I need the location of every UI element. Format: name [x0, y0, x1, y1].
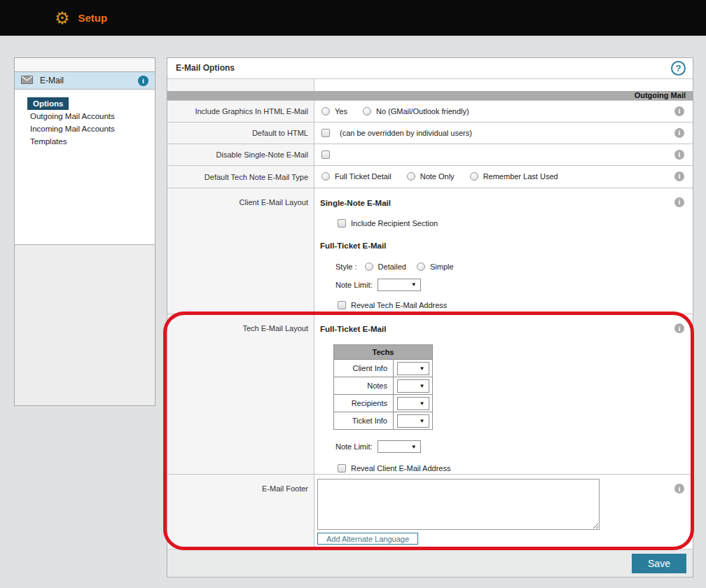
tech-note-limit-label: Note Limit: — [335, 442, 373, 451]
client-info-select[interactable]: ▼ — [397, 362, 429, 375]
recipients-label: Recipients — [334, 395, 394, 412]
style-label: Style : — [335, 262, 357, 271]
add-alternate-language-button[interactable]: Add Alternate Language — [317, 533, 418, 545]
reveal-tech-email-label: Reveal Tech E-Mail Address — [351, 301, 447, 309]
info-icon[interactable]: i — [674, 106, 684, 116]
default-html-label: Default to HTML — [167, 122, 314, 144]
style-simple-label: Simple — [430, 262, 454, 271]
ticket-info-label: Ticket Info — [334, 412, 394, 430]
setup-title: Setup — [78, 12, 108, 24]
info-icon[interactable]: i — [674, 197, 684, 207]
include-graphics-row: Include Graphics In HTML E-Mail Yes No (… — [167, 100, 693, 122]
reveal-client-email-checkbox[interactable] — [338, 464, 346, 472]
info-icon[interactable]: i — [674, 323, 684, 333]
graphics-no-radio[interactable] — [363, 107, 371, 115]
envelope-icon — [21, 74, 33, 87]
sidebar-item-incoming-mail-accounts[interactable]: Incoming Mail Accounts — [15, 122, 155, 135]
sidebar-menu: Options Outgoing Mail Accounts Incoming … — [15, 90, 155, 245]
email-footer-content: Add Alternate Language i — [314, 475, 693, 549]
chevron-down-icon: ▼ — [420, 418, 425, 424]
reveal-client-email-label: Reveal Client E-Mail Address — [351, 464, 450, 472]
default-tech-note-type-label: Default Tech Note E-Mail Type — [167, 166, 314, 188]
full-ticket-heading: Full-Ticket E-Mail — [320, 241, 693, 250]
email-options-panel: E-Mail Options ? Outgoing Mail Include G… — [167, 57, 693, 578]
tech-email-layout-label: Tech E-Mail Layout — [167, 314, 314, 474]
info-icon[interactable]: i — [674, 128, 684, 138]
tech-email-layout-content: Full-Ticket E-Mail Techs Client Info ▼ N… — [314, 314, 693, 474]
client-info-label: Client Info — [334, 360, 394, 377]
gear-icon[interactable]: ⚙ — [55, 10, 70, 27]
chevron-down-icon: ▼ — [420, 383, 425, 389]
table-row: Client Info ▼ — [334, 360, 433, 377]
spacer-label-cell — [167, 79, 314, 91]
include-recipient-checkbox[interactable] — [338, 219, 346, 227]
full-ticket-detail-radio[interactable] — [321, 172, 330, 181]
client-email-layout-label: Client E-Mail Layout — [167, 188, 314, 314]
top-bar: ⚙ Setup — [0, 0, 706, 36]
sidebar-lower-area — [15, 245, 155, 405]
save-button[interactable]: Save — [632, 554, 686, 573]
email-footer-textarea[interactable] — [317, 479, 600, 530]
tech-full-ticket-heading: Full-Ticket E-Mail — [320, 325, 693, 333]
sidebar-blank-strip — [15, 58, 155, 72]
remember-last-used-label: Remember Last Used — [483, 172, 558, 181]
table-row: Ticket Info ▼ — [334, 412, 433, 430]
chevron-down-icon: ▼ — [411, 281, 417, 288]
spacer-content-cell — [314, 79, 693, 91]
chevron-down-icon: ▼ — [420, 400, 425, 407]
style-detailed-radio[interactable] — [365, 262, 373, 271]
email-footer-row: E-Mail Footer Add Alternate Language i — [167, 474, 693, 549]
full-ticket-detail-label: Full Ticket Detail — [335, 172, 392, 181]
chevron-down-icon: ▼ — [411, 444, 417, 450]
graphics-yes-label: Yes — [335, 107, 347, 115]
include-graphics-label: Include Graphics In HTML E-Mail — [167, 101, 314, 122]
info-icon[interactable]: i — [674, 172, 684, 181]
client-email-layout-row: Client E-Mail Layout Single-Note E-Mail … — [167, 188, 693, 314]
tech-email-layout-row: Tech E-Mail Layout Full-Ticket E-Mail Te… — [167, 314, 693, 474]
note-limit-select[interactable]: ▼ — [378, 279, 421, 291]
reveal-tech-email-checkbox[interactable] — [338, 301, 346, 309]
sidebar: E-Mail i Options Outgoing Mail Accounts … — [14, 57, 155, 406]
techs-table: Techs Client Info ▼ Notes ▼ Recipients ▼… — [333, 344, 433, 430]
disable-single-note-row: Disable Single-Note E-Mail i — [167, 144, 693, 165]
info-icon[interactable]: i — [674, 484, 684, 493]
note-only-radio[interactable] — [407, 172, 415, 181]
graphics-yes-radio[interactable] — [321, 107, 330, 115]
chevron-down-icon: ▼ — [420, 365, 425, 372]
sidebar-item-templates[interactable]: Templates — [15, 135, 155, 148]
sidebar-item-options[interactable]: Options — [27, 97, 69, 110]
techs-table-header: Techs — [334, 345, 433, 360]
email-footer-label: E-Mail Footer — [167, 475, 314, 549]
sidebar-item-outgoing-mail-accounts[interactable]: Outgoing Mail Accounts — [15, 110, 155, 122]
default-tech-note-type-row: Default Tech Note E-Mail Type Full Ticke… — [167, 165, 693, 188]
spacer-row — [167, 79, 693, 91]
remember-last-used-radio[interactable] — [470, 172, 478, 181]
sidebar-section-label: E-Mail — [40, 76, 131, 85]
panel-header: E-Mail Options ? — [167, 58, 693, 79]
default-html-note: (can be overridden by individual users) — [340, 129, 472, 137]
recipients-select[interactable]: ▼ — [397, 397, 429, 410]
graphics-no-label: No (GMail/Outlook friendly) — [376, 107, 469, 115]
note-only-label: Note Only — [420, 172, 455, 181]
disable-single-note-checkbox[interactable] — [321, 150, 330, 159]
client-email-layout-content: Single-Note E-Mail Include Recipient Sec… — [314, 188, 693, 314]
save-strip: Save — [167, 549, 693, 577]
tech-note-limit-select[interactable]: ▼ — [378, 440, 421, 453]
default-html-content: (can be overridden by individual users) … — [314, 122, 693, 144]
single-note-heading: Single-Note E-Mail — [320, 199, 693, 207]
disable-single-note-content: i — [314, 144, 693, 165]
help-icon[interactable]: ? — [671, 61, 686, 76]
sidebar-section-header: E-Mail i — [15, 72, 155, 90]
default-html-checkbox[interactable] — [321, 129, 330, 137]
info-icon[interactable]: i — [138, 76, 148, 86]
notes-select[interactable]: ▼ — [397, 379, 429, 393]
outgoing-mail-band: Outgoing Mail — [167, 91, 693, 100]
include-recipient-label: Include Recipient Section — [351, 219, 438, 227]
disable-single-note-label: Disable Single-Note E-Mail — [167, 144, 314, 165]
table-row: Recipients ▼ — [334, 395, 433, 412]
info-icon[interactable]: i — [674, 150, 684, 160]
ticket-info-select[interactable]: ▼ — [397, 414, 429, 428]
style-simple-radio[interactable] — [417, 262, 425, 271]
default-html-row: Default to HTML (can be overridden by in… — [167, 122, 693, 144]
style-detailed-label: Detailed — [378, 262, 406, 271]
